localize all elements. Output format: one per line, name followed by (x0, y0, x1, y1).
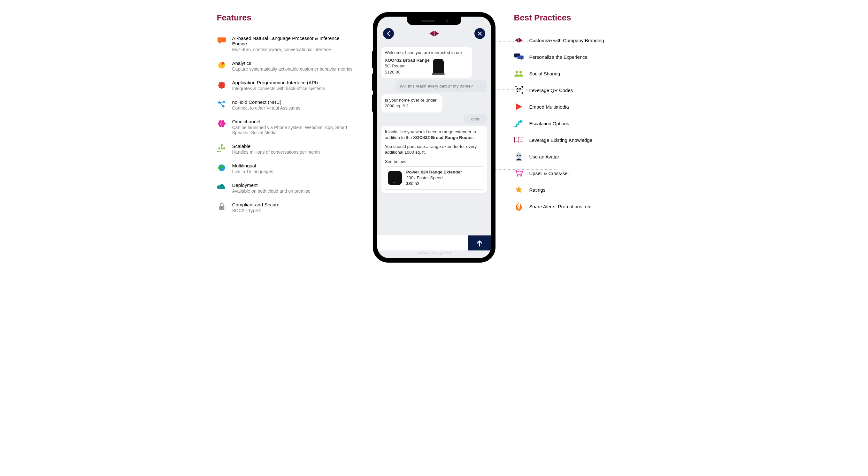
best-practice-label: Customize with Company Branding (529, 38, 604, 43)
feature-item: AnalyticsCapture systematically actionab… (217, 60, 354, 71)
phone-mockup: Welcome, I see you are interested in our… (373, 13, 495, 262)
flame-icon (514, 201, 524, 211)
svg-point-9 (221, 120, 224, 123)
stairs-icon (514, 119, 524, 128)
chat-bubble-bot: Welcome, I see you are interested in our… (381, 46, 472, 78)
svg-point-20 (515, 71, 518, 73)
rec-product-name: Power X24 Range Extender (406, 169, 462, 175)
recommended-product-card[interactable]: Power X24 Range Extender 200x Faster Spe… (385, 166, 483, 190)
welcome-text: Welcome, I see you are interested in our… (385, 50, 469, 56)
feature-title: noHold Connect (NHC) (232, 99, 301, 105)
feature-item: MultilingualLive in 15 languages (217, 163, 354, 174)
best-practice-item: Leverage Existing Knowledge (514, 135, 651, 145)
book-icon (514, 135, 524, 145)
arrow-up-icon (476, 240, 483, 247)
best-practice-label: Personalize the Experience (529, 54, 588, 60)
chat-area: Welcome, I see you are interested in our… (377, 43, 491, 235)
extender-image-icon (388, 171, 402, 185)
chat-pair-icon (514, 52, 524, 62)
feature-title: Compliant and Secure (232, 202, 280, 207)
svg-rect-25 (519, 91, 520, 92)
recommendation-line: You should purchase a range extender for… (385, 144, 483, 155)
hierarchy-icon (217, 144, 226, 153)
feature-subtitle: Multi-turn, context aware, conversationa… (232, 47, 354, 52)
best-practice-label: Ratings (529, 187, 546, 193)
close-button[interactable] (474, 28, 485, 39)
best-practices-column: Best Practices Customize with Company Br… (514, 13, 651, 218)
best-practice-item: Personalize the Experience (514, 52, 651, 62)
globe-icon (217, 163, 226, 172)
best-practice-label: Social Sharing (529, 71, 560, 76)
best-practice-item: Use an Avatar (514, 152, 651, 161)
product-name: XOO432 Broad Range (385, 58, 430, 63)
feature-title: Application Programming Interface (API) (232, 80, 325, 85)
feature-title: Scalable (232, 144, 320, 149)
best-practice-item: Leverage QR Codes (514, 85, 651, 95)
brand-logo-icon (429, 31, 439, 36)
feature-subtitle: Handles millions of conversations per mo… (232, 150, 320, 155)
best-practice-item: Embed Multimedia (514, 102, 651, 112)
chat-bubble-icon (217, 35, 226, 45)
recommendation-line: It looks like you would need a range ext… (385, 129, 483, 140)
best-practice-label: Leverage Existing Knowledge (529, 137, 593, 143)
best-practice-item: Customize with Company Branding (514, 35, 651, 45)
product-price: $120.00 (385, 69, 430, 75)
recommendation-see-below: See below: (385, 159, 483, 164)
avatar-icon (514, 152, 524, 161)
svg-point-21 (519, 71, 522, 73)
svg-point-5 (221, 125, 224, 127)
flower-icon (217, 119, 226, 128)
svg-point-2 (223, 101, 225, 103)
best-practice-label: Share Alerts, Promotions, etc. (529, 204, 593, 209)
svg-point-7 (218, 122, 220, 125)
best-practice-item: Social Sharing (514, 69, 651, 78)
feature-title: Analytics (232, 60, 353, 66)
svg-rect-13 (221, 148, 222, 149)
feature-title: Deployment (232, 182, 311, 188)
phone-notch (407, 17, 461, 25)
nodes-icon (217, 99, 226, 109)
cloud-icon (217, 182, 226, 192)
feature-title: AI-based Natural Language Processor & In… (232, 35, 354, 46)
feature-subtitle: Capture systematically actionable custom… (232, 66, 353, 71)
best-practice-label: Embed Multimedia (529, 104, 569, 109)
svg-point-29 (519, 155, 520, 156)
svg-point-19 (221, 207, 222, 209)
feature-item: noHold Connect (NHC)Connect to other Vir… (217, 99, 354, 110)
router-image-icon (433, 59, 444, 74)
svg-rect-12 (218, 148, 220, 149)
feature-subtitle: SOC2 - Type 2 (232, 208, 280, 213)
puzzle-icon (217, 80, 226, 90)
best-practice-label: Escalation Options (529, 121, 569, 126)
svg-rect-15 (217, 151, 219, 152)
svg-rect-24 (517, 91, 518, 92)
feature-item: AI-based Natural Language Processor & In… (217, 35, 354, 52)
chat-bubble-user: Will this reach every part of my home? (396, 80, 487, 92)
pie-chart-icon (217, 60, 226, 70)
best-practice-label: Use an Avatar (529, 154, 559, 159)
best-practice-item: Escalation Options (514, 119, 651, 128)
best-practice-label: Upsell & Cross-sell (529, 170, 570, 176)
svg-point-6 (219, 125, 222, 127)
feature-subtitle: Live in 15 languages (232, 169, 273, 174)
svg-point-27 (516, 153, 522, 159)
feature-title: Multilingual (232, 163, 273, 168)
feature-item: ScalableHandles millions of conversation… (217, 144, 354, 155)
star-icon (514, 185, 524, 195)
qr-icon (514, 85, 524, 95)
copyright-text: noHold Inc. Copyright 2021 (377, 250, 491, 258)
feature-item: Compliant and SecureSOC2 - Type 2 (217, 202, 354, 213)
feature-item: DeploymentAvailable on both cloud and on… (217, 182, 354, 194)
features-heading: Features (217, 13, 354, 23)
chat-input[interactable] (377, 235, 468, 250)
chat-bubble-user: over (464, 114, 487, 124)
feature-title: Omnichannel (232, 119, 354, 124)
feature-subtitle: Can be launched via Phone system, Webcha… (232, 125, 354, 135)
product-type: 5G Router (385, 63, 430, 69)
feature-subtitle: Integrates & connects with back-office s… (232, 86, 325, 91)
svg-rect-16 (219, 151, 221, 152)
send-button[interactable] (468, 235, 491, 250)
back-button[interactable] (383, 28, 394, 39)
feature-subtitle: Available on both cloud and on premise (232, 189, 311, 194)
chat-bubble-bot: Is your home over or under 2000 sq. ft.? (381, 94, 443, 112)
